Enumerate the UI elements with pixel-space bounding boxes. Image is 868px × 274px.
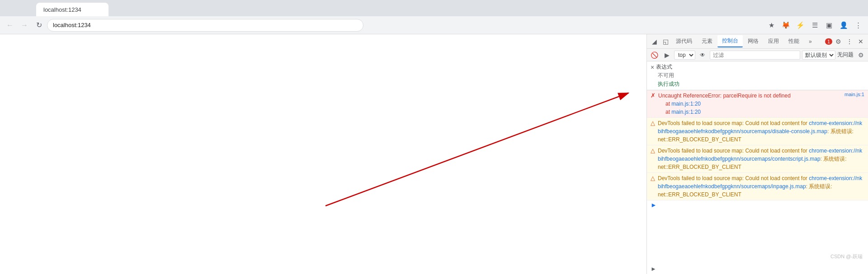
warning-text-3: DevTools failed to load source map: Coul… [658, 174, 864, 199]
warning-icon-1: △ [651, 120, 655, 126]
prompt-arrow-icon[interactable]: ► [651, 265, 656, 272]
profile-icon[interactable]: 👤 [837, 19, 850, 32]
console-prompt: ► [647, 264, 868, 274]
error-icon: ✗ [651, 92, 656, 99]
bookmark-icon[interactable]: ★ [765, 19, 778, 32]
error-text-main: Uncaught ReferenceError: parcelRequire i… [658, 93, 791, 99]
console-messages: ✗ Uncaught ReferenceError: parcelRequire… [647, 90, 868, 264]
devtools-panel: ◢ ◱ 源代码 元素 控制台 网络 应用 性能 » 1 ⚙ ⋮ ✕ 🚫 ▶ to… [646, 34, 868, 274]
console-warning-1: △ DevTools failed to load source map: Co… [647, 118, 868, 145]
address-bar[interactable]: localhost:1234 [47, 19, 363, 32]
warning-icon-2: △ [651, 147, 655, 154]
address-text: localhost:1234 [53, 22, 91, 28]
tab-sources[interactable]: 源代码 [671, 36, 697, 47]
extension-icon[interactable]: 🦊 [779, 19, 792, 32]
error-stack-2: at main.js:1:20 [658, 109, 701, 115]
tab-application[interactable]: 应用 [764, 36, 783, 47]
tab-performance[interactable]: 性能 [784, 36, 804, 47]
watermark: CSDN @-跃瑞 [830, 253, 863, 260]
expression-header: × 表达式 [651, 63, 864, 71]
forward-button[interactable]: → [18, 19, 31, 32]
console-filter-icon[interactable]: ▶ [661, 50, 672, 60]
warning-text-2: DevTools failed to load source map: Coul… [658, 147, 864, 171]
issues-settings-icon[interactable]: ⚙ [855, 50, 866, 60]
browser-chrome: localhost:1234 ← → ↻ localhost:1234 ★ 🦊 … [0, 0, 868, 34]
devtools-more-icon[interactable]: ⋮ [844, 36, 855, 47]
error-message-text: Uncaught ReferenceError: parcelRequire i… [658, 92, 842, 116]
tab-console[interactable]: 控制台 [717, 35, 743, 47]
devtools-responsive-icon[interactable]: ◱ [660, 36, 671, 47]
devtools-settings-icon[interactable]: ⚙ [833, 36, 844, 47]
error-source-link[interactable]: main.js:1 [844, 92, 864, 97]
error-link-2[interactable]: main.js:1:20 [671, 109, 701, 115]
devtools-toolbar: 🚫 ▶ top 👁 默认级别 无问题 ⚙ [647, 49, 868, 61]
warning-text-1: DevTools failed to load source map: Coul… [658, 119, 864, 144]
tab-more[interactable]: » [804, 37, 816, 46]
sidebar-icon[interactable]: ☰ [808, 19, 821, 32]
clear-console-icon[interactable]: 🚫 [649, 50, 660, 60]
level-select[interactable]: 默认级别 [802, 51, 835, 60]
reload-button[interactable]: ↻ [33, 19, 45, 32]
context-select[interactable]: top [674, 51, 695, 60]
expand-button[interactable]: ► [647, 200, 868, 209]
window-icon[interactable]: ▣ [823, 19, 835, 32]
expression-close-button[interactable]: × [651, 64, 654, 71]
error-count-badge: 1 [825, 38, 832, 45]
nav-icons: ★ 🦊 ⚡ ☰ ▣ 👤 ⋮ [765, 19, 864, 32]
tab-elements[interactable]: 元素 [697, 36, 717, 47]
extensions-icon[interactable]: ⚡ [794, 19, 807, 32]
arrow-annotation [0, 34, 646, 274]
nav-bar: ← → ↻ localhost:1234 ★ 🦊 ⚡ ☰ ▣ 👤 ⋮ [0, 16, 868, 34]
svg-line-1 [326, 93, 628, 206]
console-warning-2: △ DevTools failed to load source map: Co… [647, 145, 868, 173]
no-issues-label: 无问题 [837, 51, 854, 59]
devtools-dock-icon[interactable]: ◢ [649, 36, 660, 47]
error-stack-1: at main.js:1:20 [658, 101, 701, 107]
active-tab[interactable]: localhost:1234 [36, 3, 108, 16]
menu-icon[interactable]: ⋮ [852, 19, 864, 32]
expression-label: 表达式 [656, 63, 672, 71]
console-input[interactable] [658, 266, 864, 272]
back-button[interactable]: ← [4, 19, 16, 32]
expression-area: × 表达式 不可用 执行成功 [647, 61, 868, 90]
expression-success: 执行成功 [651, 80, 864, 88]
devtools-close-icon[interactable]: ✕ [855, 36, 866, 47]
tab-bar: localhost:1234 [0, 0, 868, 16]
tab-title: localhost:1234 [43, 6, 81, 13]
filter-input[interactable] [710, 51, 800, 60]
page-content [0, 34, 646, 274]
expression-not-available: 不可用 [651, 72, 864, 79]
console-error-msg: ✗ Uncaught ReferenceError: parcelRequire… [647, 90, 868, 118]
console-warning-3: △ DevTools failed to load source map: Co… [647, 173, 868, 200]
warning-icon-3: △ [651, 175, 655, 181]
devtools-tabs: ◢ ◱ 源代码 元素 控制台 网络 应用 性能 » 1 ⚙ ⋮ ✕ [647, 34, 868, 49]
main-layout: ◢ ◱ 源代码 元素 控制台 网络 应用 性能 » 1 ⚙ ⋮ ✕ 🚫 ▶ to… [0, 34, 868, 274]
eye-button[interactable]: 👁 [697, 51, 708, 59]
error-link-1[interactable]: main.js:1:20 [671, 101, 701, 107]
tab-network[interactable]: 网络 [743, 36, 763, 47]
